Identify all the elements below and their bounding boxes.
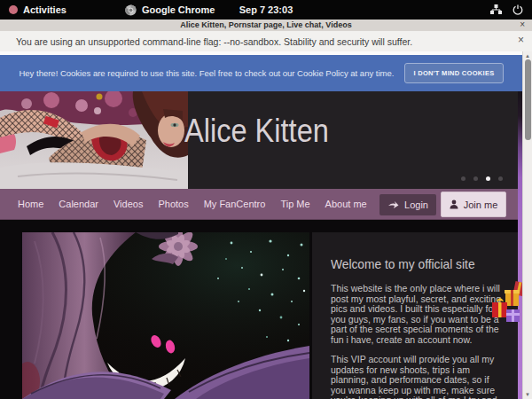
welcome-image[interactable] [22, 232, 309, 399]
infobar-message: You are using an unsupported command-lin… [0, 36, 412, 47]
carousel-dot-2[interactable] [473, 176, 478, 181]
nav-item-home[interactable]: Home [18, 199, 43, 209]
window-close-icon[interactable]: × [520, 20, 525, 29]
login-label: Login [404, 200, 428, 210]
clock[interactable]: Sep 7 23:03 [0, 4, 532, 15]
gnome-top-bar: Activities Google Chrome Sep 7 23:03 [0, 0, 532, 20]
chrome-infobar: You are using an unsupported command-lin… [0, 31, 532, 52]
cookie-banner: Hey there! Cookies are required to use t… [0, 55, 522, 91]
site-title: Alice Kitten [184, 113, 329, 150]
nav-item-videos[interactable]: Videos [113, 199, 143, 209]
user-icon [450, 200, 458, 209]
infobar-close-icon[interactable]: × [518, 34, 524, 46]
join-me-button[interactable]: Join me [441, 192, 506, 217]
welcome-paragraph-1: This website is the only place where i w… [331, 284, 506, 345]
gifts-icon[interactable] [490, 280, 522, 329]
scroll-down-icon[interactable]: ▼ [523, 392, 532, 397]
network-icon[interactable] [490, 4, 502, 15]
screen: Activities Google Chrome Sep 7 23:03 [0, 0, 532, 399]
nav-item-calendar[interactable]: Calendar [59, 199, 98, 209]
window-title: Alice Kitten, Pornstar page, Live chat, … [0, 20, 532, 29]
nav-item-about-me[interactable]: About me [325, 199, 367, 209]
login-arrow-icon [387, 200, 399, 209]
page-viewport: Hey there! Cookies are required to use t… [0, 51, 522, 399]
header-photo[interactable] [0, 91, 188, 189]
page-background-strip [518, 91, 522, 399]
header-hero: Alice Kitten [0, 91, 522, 189]
scrollbar-thumb[interactable] [525, 59, 531, 140]
power-icon[interactable] [512, 4, 523, 15]
login-button[interactable]: Login [379, 194, 436, 215]
welcome-heading: Welcome to my official site [331, 257, 497, 271]
scrollbar[interactable]: ▲ ▼ [522, 51, 532, 399]
carousel-dot-1[interactable] [461, 176, 466, 181]
scroll-up-icon[interactable]: ▲ [523, 53, 532, 59]
cookie-message: Hey there! Cookies are required to use t… [19, 68, 394, 78]
join-me-label: Join me [464, 200, 498, 210]
nav-item-my-fancentro[interactable]: My FanCentro [204, 199, 266, 209]
nav-item-photos[interactable]: Photos [158, 199, 188, 209]
welcome-panel: Welcome to my official site This website… [312, 232, 518, 399]
carousel-dot-3-active[interactable] [486, 176, 490, 181]
nav-item-tip-me[interactable]: Tip Me [280, 199, 309, 209]
carousel-dots [461, 176, 503, 181]
cookie-accept-button[interactable]: I DON'T MIND COOKIES [404, 63, 503, 83]
welcome-paragraph-2: This VIP account will provide you all my… [331, 355, 506, 399]
carousel-dot-4[interactable] [498, 176, 503, 181]
browser-titlebar: Alice Kitten, Pornstar page, Live chat, … [0, 20, 532, 32]
